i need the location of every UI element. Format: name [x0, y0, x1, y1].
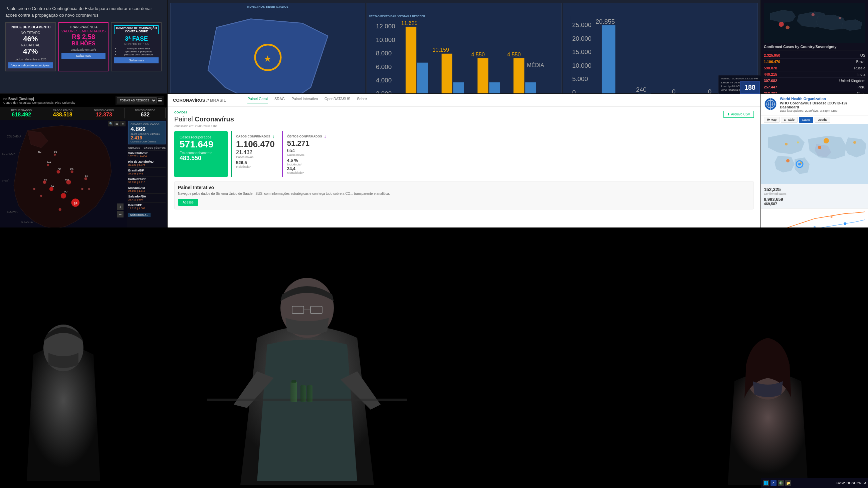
search-map-btn[interactable]: 🔍 — [108, 121, 114, 126]
svg-point-135 — [780, 482, 781, 484]
world-items-list: 2.325.950 US 1.106.470 Brazil 598.878 Ru… — [764, 52, 865, 93]
confirmed-card: CASOS CONFIRMADOS ↓ 1.106.470 21.432 Cas… — [231, 131, 279, 177]
who-cases-btn[interactable]: Cases — [799, 117, 814, 123]
pe-stats: 19.613 | 1.663 — [128, 207, 165, 210]
menu-icon[interactable]: ☰ — [158, 98, 162, 103]
nav-painel-interativo[interactable]: Painel Interativo — [291, 97, 318, 103]
svg-text:0: 0 — [672, 88, 676, 93]
nav-sobre[interactable]: Sobre — [357, 97, 367, 103]
who-table-btn[interactable]: ⊞ Table — [781, 117, 798, 123]
brazil-map-svg: COLOMBIA ECUADOR PERÚ BOLIVIA PARAGUAY — [0, 120, 127, 227]
state-label: NO ESTADO — [8, 31, 53, 35]
svg-text:12.000: 12.000 — [376, 23, 395, 30]
layer-btn[interactable]: ⊞ — [114, 121, 120, 126]
death-label: ÓBITOS CONFIRMADOS — [287, 135, 322, 138]
who-text-area: World Health Organization WHO Coronaviru… — [780, 97, 865, 112]
rec-label: Casos recuperados — [180, 135, 222, 139]
death-new: 654 — [287, 148, 327, 153]
svg-text:CE: CE — [58, 168, 61, 171]
svg-text:MG: MG — [65, 178, 69, 181]
bilhoes-val: BILHÕES — [61, 41, 106, 47]
world-item-chile: 250.767 Chile — [764, 90, 865, 93]
cities-count2: 2.419 — [130, 135, 163, 140]
who-map-area — [761, 124, 868, 184]
nav-painel-geral[interactable]: Painel Geral — [247, 97, 268, 103]
bstat-active: CASOS ATIVOS 438.518 — [43, 108, 84, 119]
df-stats: 34.148 | 449 — [128, 172, 165, 175]
chart-label-top: CESTAS RECEBIDAS / CESTAS A RECEBER — [369, 15, 559, 18]
svg-text:0: 0 — [572, 89, 576, 93]
map-icon: 🗺 — [767, 118, 770, 122]
conf-incidencia: 526,5 — [236, 160, 275, 165]
folder-icon: 📁 — [786, 481, 790, 485]
conf-total: 1.106.470 — [236, 139, 275, 150]
who-controls: 🗺 Map ⊞ Table Cases Deaths — [761, 116, 868, 124]
who-deaths-btn[interactable]: Deaths — [814, 117, 830, 123]
humanitarian-panel: MUNICÍPIOS BENEFICIADOS ★ ■ MUNICÍPIOS B… — [167, 0, 761, 93]
svg-text:RJ: RJ — [64, 191, 67, 193]
death-mortalidade-label: Mortalidade* — [287, 171, 327, 174]
svg-text:PARAGUAY: PARAGUAY — [21, 221, 34, 224]
ie-icon: e — [773, 481, 775, 485]
numbers-btn[interactable]: NÚMEROS A... — [128, 213, 151, 217]
panel-access-btn[interactable]: Acesse — [178, 199, 198, 206]
chile-count: 250.767 — [764, 91, 777, 93]
brazil-content: COLOMBIA ECUADOR PERÚ BOLIVIA PARAGUAY — [0, 120, 167, 227]
svg-rect-130 — [764, 481, 766, 483]
taskbar-chrome-icon[interactable] — [778, 480, 784, 486]
svg-rect-14 — [477, 58, 488, 93]
who-chart-area: Jan Feb Mar Apr May Jun — [761, 208, 868, 227]
world-panel: Confirmed Cases by Country/Sovereignty 2… — [761, 0, 868, 93]
svg-point-77 — [85, 177, 87, 180]
taskbar-ie-icon[interactable]: e — [771, 480, 777, 486]
bstat-new-val: 12.373 — [85, 112, 124, 118]
conf-label: CASOS CONFIRMADOS — [236, 135, 271, 138]
legend-btn[interactable]: ≡ — [120, 121, 126, 126]
rec-sub: Em acompanhamento — [180, 151, 222, 155]
svg-text:0: 0 — [708, 88, 712, 93]
region-filter[interactable]: TODAS AS REGIÕES — [117, 97, 157, 103]
csv-download-btn[interactable]: ⬇ Arquivo CSV — [723, 111, 754, 118]
isolamento-btn[interactable]: Veja o índice dos municípios — [8, 62, 53, 68]
hum-grid: MUNICÍPIOS BENEFICIADOS ★ ■ MUNICÍPIOS B… — [170, 3, 758, 91]
svg-rect-131 — [767, 481, 769, 483]
capital-val: 47% — [8, 47, 53, 56]
vacina-item-3: pessoas com deficiência — [119, 53, 159, 56]
india-count: 440.215 — [764, 72, 777, 76]
brazil-title-area: no Brasil [Desktop] Centro de Pesquisas … — [3, 96, 75, 104]
svg-point-112 — [844, 223, 846, 225]
world-title: Confirmed Cases by Country/Sovereignty — [764, 45, 865, 51]
vacina-btn[interactable]: Saiba mais — [114, 57, 159, 63]
zoom-out-btn[interactable]: − — [117, 211, 124, 218]
svg-text:★: ★ — [264, 54, 271, 63]
brazil-title-prefix: no Brasil [Desktop] — [3, 97, 34, 101]
corona-brasil-panel: CORONAVÍRUS // BRASIL Painel Geral SRAG … — [167, 94, 761, 227]
brazil-title: no Brasil [Desktop] — [3, 96, 75, 101]
zoom-in-btn[interactable]: + — [117, 203, 124, 210]
nav-srag[interactable]: SRAG — [274, 97, 285, 103]
who-map-btn[interactable]: 🗺 Map — [764, 117, 779, 123]
bstat-active-val: 438.518 — [43, 112, 83, 118]
casos-col: CASOS | ÓBITOS — [144, 147, 165, 150]
svg-text:4.000: 4.000 — [376, 77, 392, 84]
svg-text:PA: PA — [54, 151, 57, 154]
notif-meta: Admin0 6/23/2020 2:33:26 PM — [721, 77, 758, 80]
nav-opendatasus[interactable]: OpenDATASUS — [324, 97, 350, 103]
corona-nav-items: Painel Geral SRAG Painel Interativo Open… — [247, 97, 367, 103]
svg-point-92 — [40, 195, 42, 197]
table-icon: ⊞ — [784, 118, 786, 122]
bstat-new: NOVOS CASOS 12.373 — [84, 108, 125, 119]
cities-with-cases-label: CIDADES COM CASOS — [130, 123, 163, 126]
rj-name: Rio de Janeiro/RJ — [128, 160, 165, 163]
transparencia-btn[interactable]: Saiba mais — [61, 53, 106, 59]
vacina-item-1: crianças até 6 anos — [119, 47, 159, 50]
svg-text:AM: AM — [38, 151, 41, 154]
svg-point-102 — [824, 138, 829, 143]
svg-point-106 — [853, 141, 856, 144]
svg-text:10.000: 10.000 — [572, 62, 592, 69]
death-total: 51.271 — [287, 139, 327, 148]
taskbar-folder-icon[interactable]: 📁 — [785, 480, 791, 486]
conf-incidencia-label: Incidência* — [236, 165, 275, 168]
taskbar-windows-icon[interactable] — [763, 480, 769, 486]
death-arrow-icon: ↓ — [324, 134, 327, 139]
